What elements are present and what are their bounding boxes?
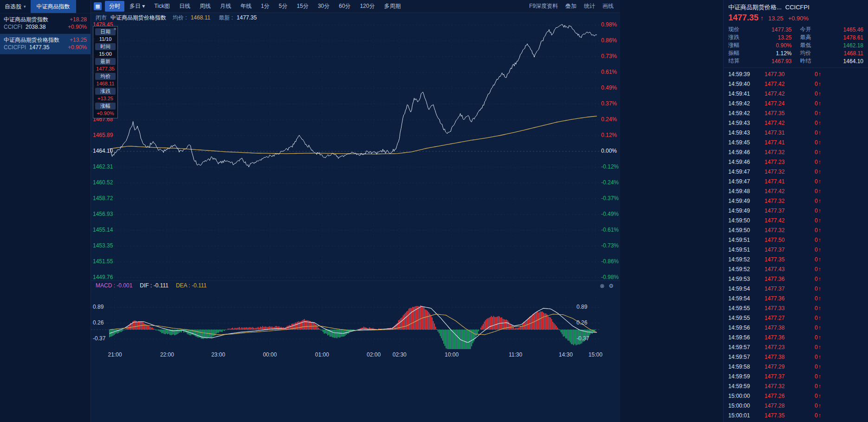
instrument-price: 2038.38 <box>26 24 45 30</box>
up-arrow-icon: ↑ <box>818 373 821 380</box>
up-arrow-icon: ↑ <box>818 256 821 263</box>
toolbar-action[interactable]: 画线 <box>602 2 614 10</box>
instrument-price: 1477.35 <box>29 44 49 51</box>
close-icon[interactable]: × <box>114 26 117 32</box>
macd-tick-label: -0.37 <box>93 335 105 342</box>
watchlist-item[interactable]: 中证商品期货价格指数+13.25CCICFPI1477.35+0.90% <box>0 34 91 54</box>
toolbar-action[interactable]: 叠加 <box>565 2 577 10</box>
quote-stat: 现价1477.35 <box>728 26 792 33</box>
period-tab-6[interactable]: 月线 <box>216 1 235 12</box>
period-tab-7[interactable]: 年线 <box>236 1 256 12</box>
chart-main: ▦ 分时多日 ▾Tick图日线周线月线年线1分5分15分30分60分120分多周… <box>91 0 723 422</box>
gear-icon[interactable]: ⚙ <box>609 283 614 289</box>
tick-row: 14:59:401477.420↑ <box>724 79 868 89</box>
quote-stat-label: 最低 <box>800 41 811 49</box>
period-tab-5[interactable]: 周线 <box>195 1 215 12</box>
price-tick-label: 1460.52 <box>93 179 113 186</box>
toolbar-action[interactable]: 统计 <box>584 2 595 10</box>
tick-time: 14:59:59 <box>728 383 764 390</box>
tick-time: 14:59:56 <box>728 325 764 331</box>
up-arrow-icon: ↑ <box>818 139 821 146</box>
price-tick-label: 1465.89 <box>93 132 113 138</box>
up-arrow-icon: ↑ <box>818 325 821 331</box>
tooltip-label: 均价 <box>95 73 116 80</box>
quote-stat-label: 涨跌 <box>728 33 739 41</box>
tick-price: 1477.43 <box>764 266 807 273</box>
tick-price: 1477.36 <box>764 295 807 302</box>
period-tab-8[interactable]: 1分 <box>257 1 274 12</box>
period-tab-9[interactable]: 5分 <box>275 1 292 12</box>
tick-price: 1477.36 <box>764 334 807 341</box>
tick-volume: 0↑ <box>815 266 821 273</box>
tick-volume: 0↑ <box>815 110 821 117</box>
layout-grid-icon[interactable]: ▦ <box>94 2 102 10</box>
macd-tick-label: 0.89 <box>577 304 587 310</box>
percent-tick-label: 0.61% <box>601 69 617 75</box>
percent-axis: 0.98%0.86%0.73%0.61%0.49%0.37%0.24%0.12%… <box>600 22 620 280</box>
tick-time: 14:59:49 <box>728 198 764 204</box>
tab-index-group[interactable]: 中证商品指数 <box>31 0 76 13</box>
quote-stat: 昨结1464.10 <box>800 57 864 65</box>
period-tab-2[interactable]: 多日 ▾ <box>125 1 149 12</box>
watchlist: 中证商品期货指数+18.28CCICFI2038.38+0.90%中证商品期货价… <box>0 13 91 54</box>
watchlist-header: 自选股 ▾ 中证商品指数 <box>0 0 91 13</box>
tooltip-value: +13.25 <box>94 95 117 102</box>
time-tick-label: 10:00 <box>445 351 459 358</box>
period-tab-14[interactable]: 多周期 <box>380 1 405 12</box>
quote-stat: 结算1467.93 <box>728 57 792 65</box>
tick-price: 1477.23 <box>764 344 807 351</box>
chevron-down-icon: ▾ <box>24 4 26 9</box>
up-arrow-icon: ↑ <box>818 344 821 351</box>
tick-volume: 0↑ <box>815 315 821 321</box>
tick-time: 14:59:46 <box>728 159 764 165</box>
watchlist-group-button[interactable]: 自选股 ▾ <box>0 0 31 13</box>
remove-indicator-icon[interactable]: ⊗ <box>600 283 604 289</box>
up-arrow-icon: ↑ <box>818 383 821 390</box>
tick-row: 14:59:421477.240↑ <box>724 98 868 108</box>
up-arrow-icon: ↑ <box>818 393 821 399</box>
quote-stat-label: 昨结 <box>800 57 811 65</box>
time-tick-label: 00:00 <box>263 351 277 358</box>
period-tab-13[interactable]: 120分 <box>356 1 379 12</box>
tick-price: 1477.26 <box>764 393 807 399</box>
watchlist-item[interactable]: 中证商品期货指数+18.28CCICFI2038.38+0.90% <box>0 13 91 34</box>
percent-tick-label: -0.86% <box>601 258 619 265</box>
macd-tick-label: 0.89 <box>93 304 104 310</box>
price-plot[interactable] <box>91 22 599 280</box>
period-tab-11[interactable]: 30分 <box>314 1 334 12</box>
period-tab-1[interactable]: 分时 <box>105 1 124 12</box>
tick-row: 14:59:471477.320↑ <box>724 167 868 176</box>
macd-plot[interactable] <box>91 291 599 350</box>
quote-price-row: 1477.35 ↑ 13.25 +0.90% <box>724 13 868 24</box>
quote-stat-label: 现价 <box>728 26 739 33</box>
last-value: 1477.35 <box>237 14 257 21</box>
period-tab-10[interactable]: 15分 <box>292 1 312 12</box>
tick-row: 14:59:431477.420↑ <box>724 118 868 128</box>
percent-tick-label: 0.24% <box>601 116 617 123</box>
quote-stats: 现价1477.35今开1465.46涨跌13.25最高1478.61涨幅0.90… <box>724 24 868 68</box>
up-arrow-icon: ↑ <box>818 295 821 302</box>
tick-price: 1477.29 <box>764 364 807 370</box>
tick-time: 15:00:00 <box>728 393 764 399</box>
up-arrow-icon: ↑ <box>818 100 821 107</box>
time-tick-label: 22:00 <box>160 351 174 358</box>
quote-stat-label: 今开 <box>800 26 811 33</box>
macd-header: MACD : -0.001 DIF : -0.111 DEA : -0.111 … <box>91 280 620 291</box>
up-arrow-icon: ↑ <box>818 227 821 234</box>
percent-tick-label: 0.49% <box>601 84 617 91</box>
tick-time: 14:59:50 <box>728 227 764 234</box>
tick-volume: 0↑ <box>815 354 821 360</box>
up-arrow-icon: ↑ <box>818 217 821 224</box>
up-arrow-icon: ↑ <box>818 178 821 185</box>
period-tab-12[interactable]: 60分 <box>335 1 355 12</box>
tick-time: 14:59:51 <box>728 237 764 243</box>
quote-stat-value: 1464.10 <box>843 58 863 65</box>
toolbar-action[interactable]: F9深度资料 <box>529 2 558 10</box>
period-tab-3[interactable]: Tick图 <box>150 1 174 12</box>
period-tab-4[interactable]: 日线 <box>175 1 194 12</box>
tick-time: 14:59:57 <box>728 344 764 351</box>
up-arrow-icon: ↑ <box>818 110 821 117</box>
tick-time: 14:59:48 <box>728 188 764 195</box>
tick-row: 14:59:591477.370↑ <box>724 371 868 381</box>
macd-tick-label: 0.26 <box>577 319 587 326</box>
